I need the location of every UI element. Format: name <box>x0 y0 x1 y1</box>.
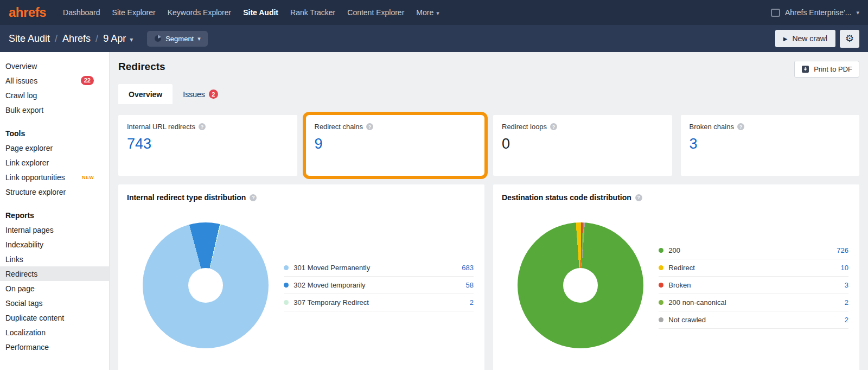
legend-value[interactable]: 3 <box>845 281 848 289</box>
ahrefs-logo[interactable]: ahrefs <box>9 5 46 20</box>
help-icon[interactable]: ? <box>250 194 257 201</box>
sidebar-item-internal-pages[interactable]: Internal pages <box>0 222 109 237</box>
help-icon[interactable]: ? <box>550 123 557 130</box>
legend-label: 200 non-canonical <box>668 298 726 307</box>
project-actions: ▶ New crawl ⚙ <box>775 30 859 48</box>
legend-row[interactable]: 307 Temporary Redirect 2 <box>284 294 474 311</box>
help-icon[interactable]: ? <box>737 123 744 130</box>
chevron-down-icon: ▾ <box>130 36 133 43</box>
play-icon: ▶ <box>783 36 788 42</box>
legend-dot <box>659 265 663 270</box>
tab-issues[interactable]: Issues 2 <box>173 84 228 104</box>
legend-row[interactable]: Redirect 10 <box>659 259 848 277</box>
nav-site-explorer[interactable]: Site Explorer <box>106 8 162 17</box>
sidebar-item-page-explorer[interactable]: Page explorer <box>0 141 109 155</box>
legend-value[interactable]: 2 <box>845 298 848 307</box>
legend-row[interactable]: 200 726 <box>659 242 848 259</box>
sidebar-item-localization[interactable]: Localization <box>0 325 109 340</box>
sidebar-item-label: All issues <box>5 76 37 85</box>
legend-value[interactable]: 2 <box>845 316 848 324</box>
legend-dot <box>659 283 663 288</box>
metric-value[interactable]: 9 <box>315 136 476 152</box>
legend-value[interactable]: 10 <box>841 264 848 272</box>
help-icon[interactable]: ? <box>635 194 642 201</box>
legend-label: 302 Moved temporarily <box>293 281 365 289</box>
project-bar: Site Audit / Ahrefs / 9 Apr ▾ Segment ▾ … <box>0 25 868 52</box>
settings-button[interactable]: ⚙ <box>840 30 859 48</box>
sidebar-item-link-opportunities[interactable]: Link opportunities NEW <box>0 170 109 184</box>
account-name: Ahrefs Enterprise'... <box>785 8 852 17</box>
breadcrumb-site-audit[interactable]: Site Audit <box>9 33 50 44</box>
metric-value[interactable]: 3 <box>690 136 851 152</box>
nav-more[interactable]: More▾ <box>410 8 445 17</box>
legend-row[interactable]: Broken 3 <box>659 277 848 294</box>
nav-rank-tracker[interactable]: Rank Tracker <box>284 8 341 17</box>
print-to-pdf-button[interactable]: Print to PDF <box>794 61 859 78</box>
legend-value[interactable]: 683 <box>462 264 474 272</box>
sidebar-item-duplicate-content[interactable]: Duplicate content <box>0 310 109 325</box>
charts-row: Internal redirect type distribution ? 30… <box>118 184 859 370</box>
sidebar-item-all-issues[interactable]: All issues 22 <box>0 73 109 88</box>
tab-overview[interactable]: Overview <box>118 84 173 104</box>
metric-label-text: Redirect chains <box>315 123 363 131</box>
sidebar-item-link-explorer[interactable]: Link explorer <box>0 155 109 170</box>
legend-label: 200 <box>668 246 680 254</box>
legend-value[interactable]: 58 <box>466 281 474 289</box>
page-title: Redirects <box>118 61 165 73</box>
sidebar-item-label: Localization <box>5 328 46 337</box>
new-crawl-label: New crawl <box>792 34 827 43</box>
sidebar-item-label: On page <box>5 284 35 293</box>
chart-title-text: Destination status code distribution <box>502 193 631 202</box>
chart-title: Internal redirect type distribution ? <box>127 193 476 202</box>
legend-value[interactable]: 726 <box>837 246 848 254</box>
nav-content-explorer[interactable]: Content Explorer <box>341 8 410 17</box>
sidebar-item-crawl-log[interactable]: Crawl log <box>0 88 109 103</box>
nav-keywords-explorer[interactable]: Keywords Explorer <box>162 8 238 17</box>
chart-body: 200 726 Redirect 10 Broken <box>502 222 851 348</box>
legend-value[interactable]: 2 <box>470 298 474 307</box>
metric-card-redirect-chains[interactable]: Redirect chains ? 9 <box>306 115 485 176</box>
top-navigation: ahrefs Dashboard Site Explorer Keywords … <box>0 0 868 25</box>
metric-card-internal-url-redirects[interactable]: Internal URL redirects ? 743 <box>118 115 297 176</box>
new-crawl-button[interactable]: ▶ New crawl <box>775 30 835 47</box>
sidebar-item-overview[interactable]: Overview <box>0 59 109 73</box>
segment-button[interactable]: Segment ▾ <box>147 31 208 47</box>
sidebar-item-label: Page explorer <box>5 144 53 152</box>
legend-row[interactable]: Not crawled 2 <box>659 311 848 329</box>
help-icon[interactable]: ? <box>199 123 206 130</box>
sidebar-item-redirects[interactable]: Redirects <box>0 266 109 281</box>
sidebar-item-label: Bulk export <box>5 106 43 114</box>
page-layout: Overview All issues 22 Crawl log Bulk ex… <box>0 52 868 370</box>
legend-row[interactable]: 200 non-canonical 2 <box>659 294 848 311</box>
sidebar-item-links[interactable]: Links <box>0 252 109 266</box>
metric-card-redirect-loops[interactable]: Redirect loops ? 0 <box>493 115 672 176</box>
sidebar-item-label: Links <box>5 255 23 264</box>
nav-site-audit[interactable]: Site Audit <box>237 8 284 17</box>
breadcrumb-project[interactable]: Ahrefs <box>62 33 91 44</box>
metric-label: Internal URL redirects ? <box>127 123 289 131</box>
sidebar-item-on-page[interactable]: On page <box>0 281 109 296</box>
sidebar-item-bulk-export[interactable]: Bulk export <box>0 103 109 117</box>
sidebar-item-indexability[interactable]: Indexability <box>0 237 109 252</box>
legend-row[interactable]: 301 Moved Permanently 683 <box>284 259 474 277</box>
status-code-donut-chart[interactable] <box>518 222 643 348</box>
nav-more-label: More <box>416 8 433 17</box>
metric-card-broken-chains[interactable]: Broken chains ? 3 <box>681 115 860 176</box>
crawl-date-selector[interactable]: 9 Apr ▾ <box>103 33 133 44</box>
sidebar-item-label: Internal pages <box>5 226 54 234</box>
tab-label: Overview <box>129 90 162 99</box>
legend-label: Redirect <box>668 264 694 272</box>
nav-dashboard[interactable]: Dashboard <box>57 8 106 17</box>
donut-wrap <box>127 222 284 348</box>
metric-label: Redirect chains ? <box>315 123 476 131</box>
donut-wrap <box>502 222 659 348</box>
help-icon[interactable]: ? <box>366 123 373 130</box>
account-menu[interactable]: Ahrefs Enterprise'... ▾ <box>771 8 859 17</box>
sidebar-item-social-tags[interactable]: Social tags <box>0 296 109 310</box>
sidebar-item-performance[interactable]: Performance <box>0 340 109 354</box>
sidebar-item-structure-explorer[interactable]: Structure explorer <box>0 184 109 199</box>
metric-label: Broken chains ? <box>690 123 851 131</box>
metric-value[interactable]: 743 <box>127 136 289 152</box>
redirect-type-donut-chart[interactable] <box>143 222 269 348</box>
legend-row[interactable]: 302 Moved temporarily 58 <box>284 277 474 294</box>
